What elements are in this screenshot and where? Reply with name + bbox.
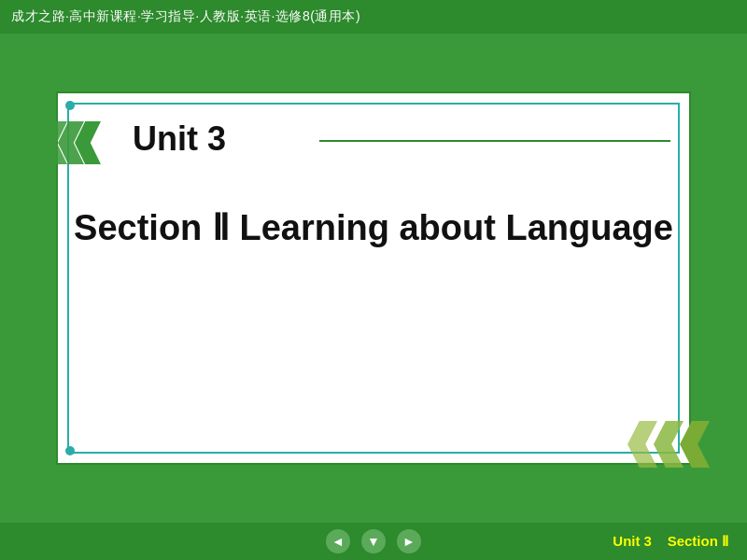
- section-label: Section Ⅱ Learning about Language: [74, 208, 673, 247]
- chevron-br-3: [680, 421, 710, 468]
- content-card: Unit 3 Section Ⅱ Learning about Language: [56, 91, 691, 465]
- unit-label: Unit 3: [133, 119, 226, 159]
- home-icon: ▼: [367, 534, 380, 549]
- prev-button[interactable]: ◄: [324, 527, 352, 555]
- prev-icon: ◄: [331, 534, 345, 549]
- main-area: Unit 3 Section Ⅱ Learning about Language: [0, 34, 747, 523]
- corner-dot-bottomleft: [65, 446, 75, 455]
- chevrons-bottomright: [627, 421, 706, 468]
- header-bar: 成才之路·高中新课程·学习指导·人教版·英语·选修8(通用本): [0, 0, 747, 34]
- bottom-section-text: Section Ⅱ: [668, 533, 728, 549]
- header-title: 成才之路·高中新课程·学习指导·人教版·英语·选修8(通用本): [11, 8, 360, 25]
- corner-dot-topleft: [65, 101, 75, 110]
- next-icon: ►: [402, 534, 416, 549]
- bottom-unit-text: Unit 3: [613, 533, 652, 549]
- chevron-br-2: [654, 421, 684, 468]
- section-content: Section Ⅱ Learning about Language: [58, 205, 689, 251]
- nav-controls: ◄ ▼ ►: [324, 527, 423, 555]
- bottom-label: Unit 3 Section Ⅱ: [613, 533, 728, 550]
- home-button[interactable]: ▼: [359, 527, 388, 555]
- section-title: Section Ⅱ Learning about Language: [58, 205, 689, 251]
- next-button[interactable]: ►: [395, 527, 423, 555]
- unit-title: Unit 3: [133, 119, 226, 159]
- chevrons-topleft: [41, 121, 101, 164]
- unit-title-divider: [319, 140, 670, 142]
- bottom-bar: ◄ ▼ ► Unit 3 Section Ⅱ: [0, 523, 747, 560]
- chevron-br-1: [627, 421, 657, 468]
